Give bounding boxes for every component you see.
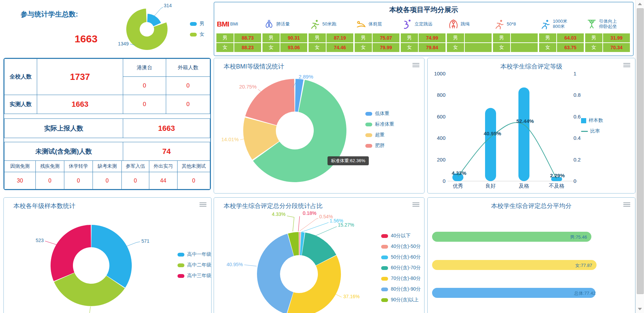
legend-item[interactable]: 高中三年级 — [178, 273, 211, 279]
project-score-cells: 男女 — [447, 33, 493, 52]
female-score-value: 93.06 — [280, 43, 307, 52]
hmt-value-row2: 0 — [123, 95, 166, 114]
legend-item[interactable]: 高中一年级 — [178, 251, 211, 258]
pie-slice[interactable] — [287, 255, 341, 313]
project-header: 立定跳远 — [401, 15, 447, 33]
legend-swatch-icon — [178, 274, 184, 278]
panel-project-averages: 本校各项目平均分展示 BMIBMI男88.73女88.23肺活量男90.31女9… — [214, 2, 634, 56]
foreign-header: 外籍人数 — [166, 59, 210, 77]
female-row-label: 女 — [355, 43, 372, 52]
legend-item[interactable]: 男 — [190, 21, 204, 27]
pie-slice[interactable] — [91, 225, 132, 288]
female-score-value: 74.46 — [326, 43, 353, 52]
pie-label: 20.75% — [239, 84, 257, 90]
legend-label: 80分(含)-90分 — [391, 286, 421, 292]
rating-bar-line-chart[interactable]: 0200400600800100000.20.40.60.814.33%40.9… — [428, 58, 635, 193]
legend-swatch-icon — [365, 112, 372, 116]
line-point-label: 40.95% — [484, 131, 501, 136]
hmt-header: 港澳台 — [123, 59, 166, 77]
y-left-tick-label: 600 — [437, 114, 446, 119]
female-score-value — [465, 43, 492, 52]
legend-item[interactable]: 40分以下 — [381, 233, 421, 239]
y-left-tick-label: 1000 — [434, 71, 446, 76]
pie-slice[interactable] — [126, 9, 168, 50]
untested-value: 74 — [123, 142, 210, 161]
pie-slice[interactable] — [147, 14, 161, 26]
average-score-bar[interactable]: 总体:77.42 — [432, 288, 595, 298]
legend-label: 高中一年级 — [187, 251, 211, 258]
male-score-value: 87.19 — [326, 33, 353, 42]
legend-label: 低体重 — [375, 111, 389, 117]
legend-item[interactable]: 女 — [190, 31, 204, 38]
pie-label: 523 — [36, 238, 44, 243]
pull-up-icon — [586, 19, 598, 29]
label-leader-line — [45, 241, 59, 246]
project-group: 体前屈男75.07女79.99 — [355, 15, 401, 52]
pie-slice[interactable] — [51, 225, 91, 281]
legend-item[interactable]: 比率 — [581, 128, 603, 134]
legend-item[interactable]: 50分(含)-60分 — [381, 254, 421, 260]
male-row-label: 男 — [539, 33, 556, 42]
vertical-scrollbar[interactable] — [635, 0, 644, 313]
hmt-value-row1: 0 — [123, 76, 166, 95]
pie-slice[interactable] — [257, 234, 294, 313]
project-label: 50*8 — [507, 22, 516, 27]
total-students-block: 参与统计学生总数: 1663 3141349 男女 — [0, 0, 213, 57]
label-leader-line — [300, 218, 318, 231]
segments-legend: 40分以下40分(含)-50分50分(含)-60分60分(含)-70分70分(含… — [381, 233, 421, 307]
project-score-cells: 男女 — [493, 33, 539, 52]
legend-item[interactable]: 40分(含)-50分 — [381, 243, 421, 250]
untested-breakdown-header: 外出实习 — [149, 160, 178, 172]
legend-item[interactable]: 高中二年级 — [178, 262, 211, 268]
legend-item[interactable]: 90分(含)以上 — [381, 297, 421, 303]
bmi-legend: 低体重标准体重超重肥胖 — [365, 111, 394, 153]
project-header: 肺活量 — [262, 15, 309, 33]
legend-item[interactable]: 80分(含)-90分 — [381, 286, 421, 292]
reported-value: 1663 — [123, 118, 210, 138]
sample-count-bar[interactable] — [485, 108, 496, 181]
project-header: 1000米 800米 — [539, 15, 585, 33]
total-students-label: 参与统计学生总数: — [21, 10, 78, 19]
legend-item[interactable]: 低体重 — [365, 111, 394, 117]
project-score-cells: 男74.99女79.84 — [401, 33, 447, 52]
label-leader-line — [298, 216, 300, 231]
project-group: 50米跑男87.19女74.46 — [309, 15, 355, 52]
bmi-icon: BMI — [217, 20, 229, 28]
run50-icon — [309, 19, 321, 29]
label-leader-line — [244, 265, 257, 266]
panel-grade-samples: 本校各年级样本数统计 571523 高中一年级高中二年级高中三年级 — [3, 197, 212, 313]
male-score-value: 74.99 — [419, 33, 446, 42]
pie-label: 40.95% — [227, 262, 243, 267]
scrollbar-up-arrow-icon[interactable] — [638, 3, 642, 5]
project-label: 50米跑 — [322, 22, 336, 27]
x-category-label: 优秀 — [453, 183, 463, 189]
average-score-bar[interactable]: 男:75.46 — [432, 232, 591, 242]
label-leader-line — [301, 222, 329, 232]
legend-item[interactable]: 肥胖 — [365, 143, 394, 149]
project-group: 肺活量男90.31女93.06 — [262, 15, 309, 52]
legend-item[interactable]: 样本数 — [581, 117, 603, 124]
legend-label: 50分(含)-60分 — [391, 254, 421, 260]
legend-item[interactable]: 超重 — [365, 132, 394, 138]
project-label: 1000米 800米 — [553, 19, 573, 29]
scrollbar-thumb[interactable] — [637, 8, 644, 294]
scrollbar-down-arrow-icon[interactable] — [638, 308, 642, 310]
pie-label: 2.89% — [299, 74, 313, 80]
male-row-label: 男 — [309, 33, 326, 42]
y-left-tick-label: 200 — [437, 157, 446, 163]
sample-count-bar[interactable] — [518, 87, 529, 181]
untested-breakdown-value: 0 — [121, 172, 149, 189]
project-header: 50米跑 — [309, 15, 355, 33]
female-score-value: 79.84 — [419, 43, 446, 52]
legend-item[interactable]: 标准体重 — [365, 121, 394, 127]
run50x8-icon — [494, 19, 505, 29]
line-point-label: 4.33% — [452, 170, 466, 176]
male-row-label: 男 — [447, 33, 464, 42]
legend-item[interactable]: 60分(含)-70分 — [381, 265, 421, 271]
legend-item[interactable]: 70分(含)-80分 — [381, 275, 421, 282]
pie-slice[interactable] — [299, 232, 299, 255]
male-row-label: 男 — [585, 33, 602, 42]
y-right-tick-label: 1 — [573, 71, 576, 76]
legend-label: 70分(含)-80分 — [391, 275, 421, 282]
average-score-bar[interactable]: 女:77.87 — [432, 260, 597, 270]
